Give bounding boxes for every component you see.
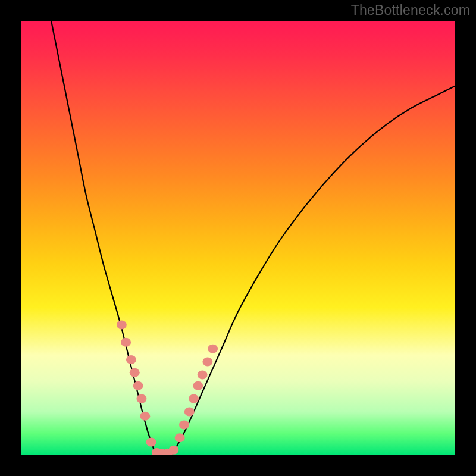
highlight-dot [193,381,203,390]
highlight-dot [133,381,143,390]
highlight-dot [198,370,208,379]
highlight-dot [208,345,218,353]
highlight-dot [136,394,146,403]
highlight-dot [202,358,212,367]
highlight-dot [179,420,189,429]
plot-area [21,21,455,455]
highlight-dots-group [117,321,218,456]
highlight-dot [126,355,136,364]
chart-frame: TheBottleneck.com [0,0,476,476]
highlight-dot [130,368,140,377]
highlight-dot [184,408,195,416]
highlight-dot [168,446,178,455]
highlight-dot [140,412,150,421]
highlight-dot [121,338,131,347]
watermark-label: TheBottleneck.com [351,2,470,18]
highlight-dot [175,433,185,442]
highlight-dot [189,394,199,403]
bottleneck-curve [51,21,455,455]
highlight-dot [117,321,127,330]
curve-svg [21,21,455,455]
highlight-dot [146,438,156,447]
